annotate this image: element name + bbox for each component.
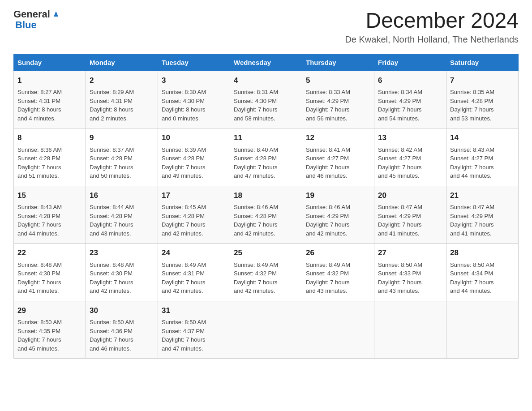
day-number: 8 [17,132,82,144]
day-number: 25 [234,247,298,259]
day-info: Sunrise: 8:44 AM Sunset: 4:28 PM Dayligh… [90,203,154,238]
day-info: Sunrise: 8:48 AM Sunset: 4:30 PM Dayligh… [17,261,82,295]
calendar-cell: 8Sunrise: 8:36 AM Sunset: 4:28 PM Daylig… [14,128,86,186]
day-info: Sunrise: 8:27 AM Sunset: 4:31 PM Dayligh… [17,88,82,123]
day-number: 16 [90,190,154,201]
calendar-cell [302,301,374,359]
day-number: 17 [162,190,226,201]
day-number: 6 [378,75,442,86]
calendar-cell: 29Sunrise: 8:50 AM Sunset: 4:35 PM Dayli… [14,301,86,359]
day-info: Sunrise: 8:49 AM Sunset: 4:32 PM Dayligh… [306,261,370,295]
day-number: 1 [17,75,82,86]
col-header-sunday: Sunday [14,54,86,71]
col-header-friday: Friday [374,54,446,71]
day-number: 22 [17,247,82,259]
day-number: 24 [162,247,226,259]
day-info: Sunrise: 8:47 AM Sunset: 4:29 PM Dayligh… [450,203,515,238]
month-title: December 2024 [345,9,519,33]
day-number: 10 [162,132,226,144]
calendar-cell: 9Sunrise: 8:37 AM Sunset: 4:28 PM Daylig… [86,128,158,186]
calendar-week-2: 8Sunrise: 8:36 AM Sunset: 4:28 PM Daylig… [14,128,519,186]
calendar-week-3: 15Sunrise: 8:43 AM Sunset: 4:28 PM Dayli… [14,186,519,244]
calendar-week-5: 29Sunrise: 8:50 AM Sunset: 4:35 PM Dayli… [14,301,519,359]
col-header-thursday: Thursday [302,54,374,71]
logo-triangle-icon [51,9,61,18]
day-number: 23 [90,247,154,259]
day-number: 12 [306,132,370,144]
day-info: Sunrise: 8:33 AM Sunset: 4:29 PM Dayligh… [306,88,370,123]
day-info: Sunrise: 8:37 AM Sunset: 4:28 PM Dayligh… [90,146,154,180]
svg-marker-0 [54,11,58,17]
calendar-cell [446,301,519,359]
day-number: 19 [306,190,370,201]
logo-text-general: General [13,9,50,20]
calendar-cell: 6Sunrise: 8:34 AM Sunset: 4:29 PM Daylig… [374,71,446,128]
day-info: Sunrise: 8:50 AM Sunset: 4:33 PM Dayligh… [378,261,442,295]
calendar-cell [230,301,302,359]
col-header-monday: Monday [86,54,158,71]
day-info: Sunrise: 8:49 AM Sunset: 4:32 PM Dayligh… [234,261,298,295]
calendar-cell: 31Sunrise: 8:50 AM Sunset: 4:37 PM Dayli… [158,301,230,359]
day-info: Sunrise: 8:46 AM Sunset: 4:29 PM Dayligh… [306,203,370,238]
page-header: General Blue December 2024 De Kwakel, No… [13,9,519,45]
day-info: Sunrise: 8:41 AM Sunset: 4:27 PM Dayligh… [306,146,370,180]
day-number: 30 [90,305,154,317]
day-number: 2 [90,75,154,86]
day-number: 13 [378,132,442,144]
day-number: 20 [378,190,442,201]
calendar-cell: 21Sunrise: 8:47 AM Sunset: 4:29 PM Dayli… [446,186,519,244]
day-number: 21 [450,190,515,201]
day-info: Sunrise: 8:47 AM Sunset: 4:29 PM Dayligh… [378,203,442,238]
day-info: Sunrise: 8:30 AM Sunset: 4:30 PM Dayligh… [162,88,226,123]
day-info: Sunrise: 8:45 AM Sunset: 4:28 PM Dayligh… [162,203,226,238]
calendar-cell: 1Sunrise: 8:27 AM Sunset: 4:31 PM Daylig… [14,71,86,128]
location-subtitle: De Kwakel, North Holland, The Netherland… [345,34,519,45]
calendar-cell [374,301,446,359]
calendar-cell: 12Sunrise: 8:41 AM Sunset: 4:27 PM Dayli… [302,128,374,186]
calendar-cell: 22Sunrise: 8:48 AM Sunset: 4:30 PM Dayli… [14,244,86,301]
calendar-cell: 25Sunrise: 8:49 AM Sunset: 4:32 PM Dayli… [230,244,302,301]
calendar-week-4: 22Sunrise: 8:48 AM Sunset: 4:30 PM Dayli… [14,244,519,301]
calendar-cell: 19Sunrise: 8:46 AM Sunset: 4:29 PM Dayli… [302,186,374,244]
day-number: 7 [450,75,515,86]
calendar-table: SundayMondayTuesdayWednesdayThursdayFrid… [13,54,519,359]
day-number: 27 [378,247,442,259]
calendar-cell: 26Sunrise: 8:49 AM Sunset: 4:32 PM Dayli… [302,244,374,301]
day-info: Sunrise: 8:46 AM Sunset: 4:28 PM Dayligh… [234,203,298,238]
day-number: 29 [17,305,82,317]
calendar-cell: 23Sunrise: 8:48 AM Sunset: 4:30 PM Dayli… [86,244,158,301]
calendar-header: SundayMondayTuesdayWednesdayThursdayFrid… [14,54,519,71]
day-info: Sunrise: 8:50 AM Sunset: 4:34 PM Dayligh… [450,261,515,295]
day-number: 15 [17,190,82,201]
day-info: Sunrise: 8:48 AM Sunset: 4:30 PM Dayligh… [90,261,154,295]
calendar-cell: 2Sunrise: 8:29 AM Sunset: 4:31 PM Daylig… [86,71,158,128]
day-info: Sunrise: 8:31 AM Sunset: 4:30 PM Dayligh… [234,88,298,123]
calendar-cell: 3Sunrise: 8:30 AM Sunset: 4:30 PM Daylig… [158,71,230,128]
day-info: Sunrise: 8:35 AM Sunset: 4:28 PM Dayligh… [450,88,515,123]
day-number: 9 [90,132,154,144]
logo-text-blue: Blue [15,20,37,30]
calendar-cell: 20Sunrise: 8:47 AM Sunset: 4:29 PM Dayli… [374,186,446,244]
day-info: Sunrise: 8:39 AM Sunset: 4:28 PM Dayligh… [162,146,226,180]
calendar-body: 1Sunrise: 8:27 AM Sunset: 4:31 PM Daylig… [14,71,519,359]
day-info: Sunrise: 8:34 AM Sunset: 4:29 PM Dayligh… [378,88,442,123]
calendar-cell: 4Sunrise: 8:31 AM Sunset: 4:30 PM Daylig… [230,71,302,128]
calendar-cell: 13Sunrise: 8:42 AM Sunset: 4:27 PM Dayli… [374,128,446,186]
day-number: 5 [306,75,370,86]
day-info: Sunrise: 8:29 AM Sunset: 4:31 PM Dayligh… [90,88,154,123]
calendar-cell: 15Sunrise: 8:43 AM Sunset: 4:28 PM Dayli… [14,186,86,244]
calendar-cell: 7Sunrise: 8:35 AM Sunset: 4:28 PM Daylig… [446,71,519,128]
day-number: 28 [450,247,515,259]
col-header-wednesday: Wednesday [230,54,302,71]
calendar-cell: 24Sunrise: 8:49 AM Sunset: 4:31 PM Dayli… [158,244,230,301]
day-info: Sunrise: 8:43 AM Sunset: 4:27 PM Dayligh… [450,146,515,180]
day-number: 4 [234,75,298,86]
day-number: 14 [450,132,515,144]
day-info: Sunrise: 8:43 AM Sunset: 4:28 PM Dayligh… [17,203,82,238]
calendar-week-1: 1Sunrise: 8:27 AM Sunset: 4:31 PM Daylig… [14,71,519,128]
calendar-cell: 14Sunrise: 8:43 AM Sunset: 4:27 PM Dayli… [446,128,519,186]
day-number: 11 [234,132,298,144]
col-header-tuesday: Tuesday [158,54,230,71]
calendar-cell: 28Sunrise: 8:50 AM Sunset: 4:34 PM Dayli… [446,244,519,301]
calendar-cell: 18Sunrise: 8:46 AM Sunset: 4:28 PM Dayli… [230,186,302,244]
